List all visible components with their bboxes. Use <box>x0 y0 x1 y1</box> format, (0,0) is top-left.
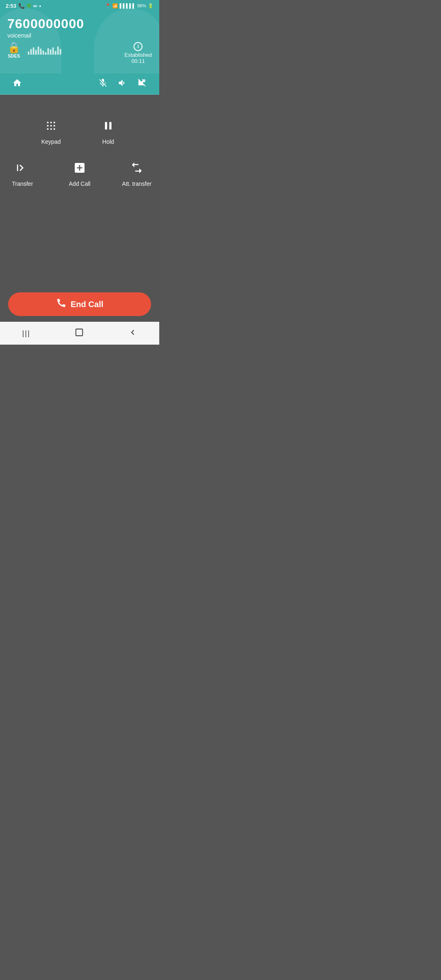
att-transfer-icon <box>130 161 143 176</box>
voicemail-icon: ∞ <box>33 2 37 9</box>
established-label: Established <box>125 52 152 58</box>
audio-bar-11 <box>52 47 54 55</box>
keypad-button[interactable]: Keypad <box>35 119 67 145</box>
svg-point-4 <box>50 125 52 127</box>
hold-icon <box>102 119 115 134</box>
lock-sdes: 🔒 SDES <box>7 42 20 58</box>
transfer-icon <box>16 161 29 176</box>
audio-bar-2 <box>30 49 32 55</box>
audio-bar-5 <box>38 47 39 55</box>
svg-point-3 <box>47 125 49 127</box>
end-call-button[interactable]: End Call <box>8 292 151 316</box>
audio-bar-10 <box>50 49 51 55</box>
status-right: 📍 📶 ▌▌▌▌▌ 98% 🔋 <box>105 3 154 9</box>
svg-point-2 <box>53 122 55 123</box>
nav-bar: ||| <box>0 322 159 345</box>
phone-icon: 📞 <box>18 3 25 9</box>
active-call-indicator <box>27 4 31 8</box>
svg-point-7 <box>50 128 52 130</box>
hold-label: Hold <box>102 138 114 145</box>
lock-icon: 🔒 <box>7 42 20 53</box>
add-call-button[interactable]: Add Call <box>63 161 96 187</box>
info-icon[interactable]: i <box>134 42 143 51</box>
att-transfer-button[interactable]: Att. transfer <box>120 161 153 187</box>
speaker-button[interactable] <box>118 78 127 90</box>
action-row-1: Keypad Hold <box>35 119 125 145</box>
sdes-label: SDES <box>8 53 20 58</box>
video-off-button[interactable] <box>137 78 147 90</box>
add-call-label: Add Call <box>69 180 91 187</box>
keypad-icon <box>45 119 58 134</box>
svg-point-1 <box>50 122 52 123</box>
audio-bars <box>28 46 61 55</box>
security-info: 🔒 SDES <box>7 42 61 58</box>
call-info-row: 🔒 SDES i Established <box>0 42 159 64</box>
location-icon: 📍 <box>105 3 111 9</box>
transfer-label: Transfer <box>12 180 33 187</box>
signal-bars: ▌▌▌▌▌ <box>120 3 136 8</box>
svg-point-8 <box>53 128 55 130</box>
svg-rect-9 <box>105 122 107 130</box>
action-grid: Keypad Hold <box>6 119 153 187</box>
att-transfer-label: Att. transfer <box>122 180 151 187</box>
audio-bar-7 <box>42 51 44 55</box>
audio-bar-3 <box>33 47 34 55</box>
transfer-button[interactable]: Transfer <box>6 161 39 187</box>
svg-point-0 <box>47 122 49 123</box>
audio-bar-6 <box>40 49 42 55</box>
keypad-label: Keypad <box>41 138 60 145</box>
audio-bar-9 <box>47 48 49 55</box>
home-button[interactable] <box>12 78 22 90</box>
dot-indicator: • <box>39 3 41 9</box>
wifi-icon: 📶 <box>112 3 118 9</box>
time-display: 2:53 <box>6 3 16 9</box>
battery-percent: 98% <box>137 3 146 8</box>
established-area: i Established 00:11 <box>125 42 152 64</box>
contact-label: voicemail <box>0 32 159 39</box>
phone-number: 7600000000 <box>0 12 159 32</box>
svg-rect-11 <box>76 329 83 336</box>
recent-apps-button[interactable]: ||| <box>22 329 30 338</box>
main-area: Keypad Hold <box>0 95 159 322</box>
svg-point-6 <box>47 128 49 130</box>
end-call-label: End Call <box>71 300 103 309</box>
audio-bar-8 <box>45 52 47 55</box>
add-call-icon <box>73 161 86 176</box>
svg-rect-10 <box>109 122 111 130</box>
established-time: 00:11 <box>131 58 145 64</box>
back-button[interactable] <box>128 328 137 339</box>
action-row-2: Transfer Add Call Att. transfer <box>6 161 153 187</box>
audio-bar-1 <box>28 51 29 55</box>
status-bar: 2:53 📞 ∞ • 📍 📶 ▌▌▌▌▌ 98% 🔋 <box>0 0 159 11</box>
svg-point-5 <box>53 125 55 127</box>
mute-button[interactable] <box>98 78 108 90</box>
end-call-icon <box>56 298 67 311</box>
audio-bar-12 <box>55 51 56 55</box>
battery-icon: 🔋 <box>148 3 154 9</box>
toolbar-row <box>0 74 159 95</box>
audio-bar-4 <box>35 50 37 55</box>
status-left: 2:53 📞 ∞ • <box>6 2 41 9</box>
home-nav-button[interactable] <box>75 328 84 339</box>
audio-bar-13 <box>57 47 59 55</box>
hold-button[interactable]: Hold <box>92 119 125 145</box>
audio-bar-14 <box>60 49 61 55</box>
